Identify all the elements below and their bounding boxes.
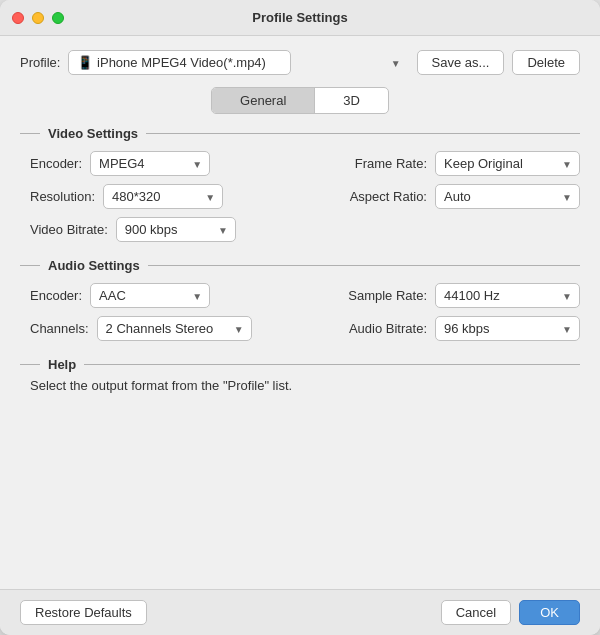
encoder-label: Encoder: xyxy=(30,156,82,171)
video-settings-body: Encoder: MPEG4 H.264 H.265 ▼ Frame Rate: xyxy=(20,151,580,242)
window-title: Profile Settings xyxy=(252,10,347,25)
help-section: Help Select the output format from the "… xyxy=(20,357,580,393)
sample-rate-select[interactable]: 44100 Hz 22050 Hz 48000 Hz xyxy=(435,283,580,308)
audio-bitrate-label: Audio Bitrate: xyxy=(349,321,427,336)
audio-bitrate-group: Audio Bitrate: 96 kbps 128 kbps 192 kbps… xyxy=(349,316,580,341)
video-row-1: Encoder: MPEG4 H.264 H.265 ▼ Frame Rate: xyxy=(30,151,580,176)
tabs-row: General 3D xyxy=(20,87,580,114)
video-row-2: Resolution: 480*320 640*480 1280*720 192… xyxy=(30,184,580,209)
audio-settings-title: Audio Settings xyxy=(48,258,140,273)
audio-bitrate-select[interactable]: 96 kbps 128 kbps 192 kbps 256 kbps xyxy=(435,316,580,341)
aspect-ratio-label: Aspect Ratio: xyxy=(350,189,427,204)
video-row-3: Video Bitrate: 900 kbps 1200 kbps 1500 k… xyxy=(30,217,580,242)
maximize-button[interactable] xyxy=(52,12,64,24)
audio-encoder-select[interactable]: AAC MP3 AC3 xyxy=(90,283,210,308)
minimize-button[interactable] xyxy=(32,12,44,24)
frame-rate-label: Frame Rate: xyxy=(355,156,427,171)
resolution-label: Resolution: xyxy=(30,189,95,204)
channels-label: Channels: xyxy=(30,321,89,336)
ok-button[interactable]: OK xyxy=(519,600,580,625)
profile-label: Profile: xyxy=(20,55,60,70)
titlebar: Profile Settings xyxy=(0,0,600,36)
aspect-ratio-select[interactable]: Auto 4:3 16:9 xyxy=(435,184,580,209)
audio-encoder-select-wrapper: AAC MP3 AC3 ▼ xyxy=(90,283,210,308)
traffic-lights xyxy=(12,12,64,24)
resolution-select[interactable]: 480*320 640*480 1280*720 1920*1080 xyxy=(103,184,223,209)
audio-section-line-right xyxy=(148,265,580,266)
video-settings-section: Video Settings Encoder: MPEG4 H.264 H.26… xyxy=(20,126,580,242)
frame-rate-select-wrapper: Keep Original 24 25 30 60 ▼ xyxy=(435,151,580,176)
delete-button[interactable]: Delete xyxy=(512,50,580,75)
resolution-select-wrapper: 480*320 640*480 1280*720 1920*1080 ▼ xyxy=(103,184,223,209)
profile-select-arrow: ▼ xyxy=(391,57,401,68)
aspect-ratio-select-wrapper: Auto 4:3 16:9 ▼ xyxy=(435,184,580,209)
frame-rate-group: Frame Rate: Keep Original 24 25 30 60 ▼ xyxy=(355,151,580,176)
tab-general[interactable]: General xyxy=(212,88,315,113)
video-bitrate-select[interactable]: 900 kbps 1200 kbps 1500 kbps 2000 kbps xyxy=(116,217,236,242)
audio-encoder-group: Encoder: AAC MP3 AC3 ▼ xyxy=(30,283,210,308)
video-settings-title: Video Settings xyxy=(48,126,138,141)
audio-bitrate-select-wrapper: 96 kbps 128 kbps 192 kbps 256 kbps ▼ xyxy=(435,316,580,341)
channels-select[interactable]: 2 Channels Stereo 1 Channel Mono xyxy=(97,316,252,341)
profile-select-wrapper: 📱 iPhone MPEG4 Video(*.mp4) Android MP4 … xyxy=(68,50,408,75)
audio-row-2: Channels: 2 Channels Stereo 1 Channel Mo… xyxy=(30,316,580,341)
frame-rate-select[interactable]: Keep Original 24 25 30 60 xyxy=(435,151,580,176)
encoder-select[interactable]: MPEG4 H.264 H.265 xyxy=(90,151,210,176)
help-title: Help xyxy=(48,357,76,372)
sample-rate-group: Sample Rate: 44100 Hz 22050 Hz 48000 Hz … xyxy=(348,283,580,308)
audio-section-line-left xyxy=(20,265,40,266)
audio-settings-header: Audio Settings xyxy=(20,258,580,273)
encoder-group: Encoder: MPEG4 H.264 H.265 ▼ xyxy=(30,151,210,176)
profile-settings-window: Profile Settings Profile: 📱 iPhone MPEG4… xyxy=(0,0,600,635)
close-button[interactable] xyxy=(12,12,24,24)
main-content: Profile: 📱 iPhone MPEG4 Video(*.mp4) And… xyxy=(0,36,600,589)
video-bitrate-label: Video Bitrate: xyxy=(30,222,108,237)
audio-settings-body: Encoder: AAC MP3 AC3 ▼ Sample Rate: xyxy=(20,283,580,341)
encoder-select-wrapper: MPEG4 H.264 H.265 ▼ xyxy=(90,151,210,176)
section-line-left xyxy=(20,133,40,134)
section-line-right xyxy=(146,133,580,134)
video-bitrate-group: Video Bitrate: 900 kbps 1200 kbps 1500 k… xyxy=(30,217,236,242)
audio-settings-section: Audio Settings Encoder: AAC MP3 AC3 xyxy=(20,258,580,341)
profile-row: Profile: 📱 iPhone MPEG4 Video(*.mp4) And… xyxy=(20,50,580,75)
video-bitrate-select-wrapper: 900 kbps 1200 kbps 1500 kbps 2000 kbps ▼ xyxy=(116,217,236,242)
restore-defaults-button[interactable]: Restore Defaults xyxy=(20,600,147,625)
footer: Restore Defaults Cancel OK xyxy=(0,589,600,635)
footer-right-buttons: Cancel OK xyxy=(441,600,580,625)
audio-encoder-label: Encoder: xyxy=(30,288,82,303)
resolution-group: Resolution: 480*320 640*480 1280*720 192… xyxy=(30,184,223,209)
sample-rate-label: Sample Rate: xyxy=(348,288,427,303)
channels-group: Channels: 2 Channels Stereo 1 Channel Mo… xyxy=(30,316,252,341)
cancel-button[interactable]: Cancel xyxy=(441,600,511,625)
help-header: Help xyxy=(20,357,580,372)
profile-select[interactable]: 📱 iPhone MPEG4 Video(*.mp4) Android MP4 … xyxy=(68,50,291,75)
sample-rate-select-wrapper: 44100 Hz 22050 Hz 48000 Hz ▼ xyxy=(435,283,580,308)
channels-select-wrapper: 2 Channels Stereo 1 Channel Mono ▼ xyxy=(97,316,252,341)
tab-3d[interactable]: 3D xyxy=(315,88,388,113)
help-section-line-right xyxy=(84,364,580,365)
help-section-line-left xyxy=(20,364,40,365)
audio-row-1: Encoder: AAC MP3 AC3 ▼ Sample Rate: xyxy=(30,283,580,308)
save-as-button[interactable]: Save as... xyxy=(417,50,505,75)
aspect-ratio-group: Aspect Ratio: Auto 4:3 16:9 ▼ xyxy=(350,184,580,209)
video-settings-header: Video Settings xyxy=(20,126,580,141)
tab-group: General 3D xyxy=(211,87,389,114)
help-text: Select the output format from the "Profi… xyxy=(20,378,580,393)
